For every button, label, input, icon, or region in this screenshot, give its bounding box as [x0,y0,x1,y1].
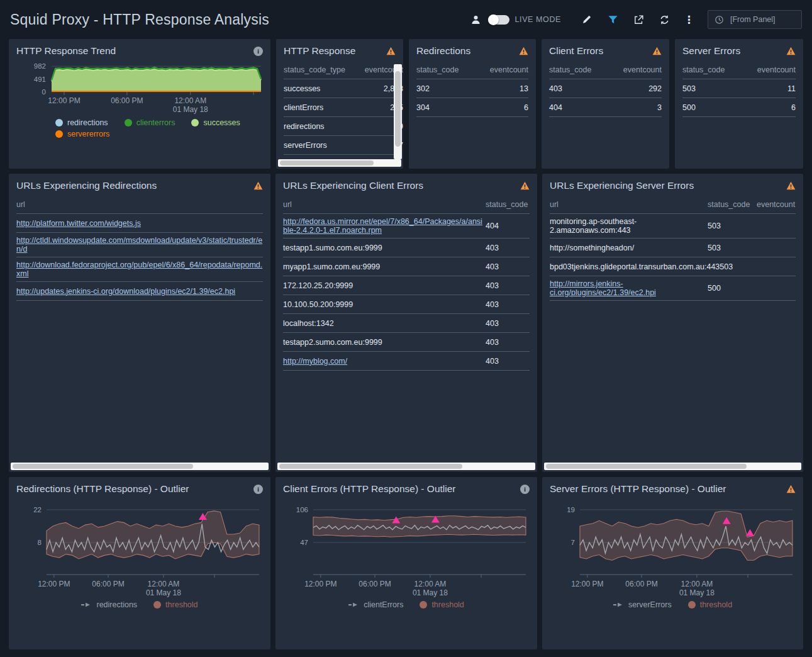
table-row: myapp1.sumo.com.eu:9999403 [283,257,530,276]
panel-client-errors-outlier: Client Errors (HTTP Response) - Outlier … [275,477,537,649]
table-cell: 403 [486,240,537,256]
column-header: status_code_type [284,65,349,74]
user-icon[interactable] [470,13,482,26]
scrollbar-thumb[interactable] [13,464,193,469]
horizontal-scrollbar[interactable] [11,463,269,470]
warning-icon[interactable] [786,181,796,190]
share-icon[interactable] [632,13,645,26]
legend-label: clienterrors [136,118,175,127]
info-icon[interactable]: i [253,47,263,56]
table-cell [757,285,803,291]
table-cell: 500 [708,281,757,296]
table-cell: bpd03tjenkins.glideportal.transurban.com… [550,259,720,274]
svg-text:12:00 AM: 12:00 AM [148,580,180,588]
table-cell: 11 [745,81,796,96]
warning-icon[interactable] [786,485,796,493]
toggle-knob[interactable] [488,14,499,25]
table-cell: 304 [416,100,478,115]
horizontal-scrollbar[interactable] [278,159,401,167]
url-link[interactable]: http://updates.jenkins-ci.org/download/p… [16,284,263,299]
panel-title: Client Errors [549,45,603,57]
client-errors-table: status_codeeventcount4032924043 [542,60,669,117]
live-mode-toggle[interactable] [488,15,509,25]
client-errors-outlier-chart[interactable]: 1064712:00 PM06:00 PM12:00 AM01 May 18 [283,498,530,599]
scrollbar-thumb[interactable] [280,160,374,166]
svg-text:12:00 AM: 12:00 AM [681,580,713,588]
panel-http-response: HTTP Response status_code_typeeventcount… [276,39,403,169]
legend-item-serverErrors[interactable]: serverErrors [613,600,672,609]
table-cell: 403 [486,316,537,331]
column-header: status_code [708,200,757,209]
legend-item-redirections[interactable]: redirections [55,118,108,127]
legend-item-clienterrors[interactable]: clienterrors [125,118,175,127]
time-range-value: [From Panel] [730,15,776,24]
warning-icon[interactable] [519,47,528,55]
table-cell: http://somethingheadon/ [550,240,708,256]
warning-icon[interactable] [520,181,530,190]
warning-icon[interactable] [786,47,796,55]
redirections-outlier-chart[interactable]: 22812:00 PM06:00 PM12:00 AM01 May 18 [16,498,263,599]
panel-redirections-outlier: Redirections (HTTP Response) - Outlier i… [9,477,270,649]
url-link[interactable]: http://download.fedoraproject.org/pub/ep… [16,257,263,281]
time-range-selector[interactable]: [From Panel] [708,10,802,29]
filter-icon[interactable] [606,13,619,26]
legend-item-threshold[interactable]: threshold [153,600,197,609]
table-cell: 500 [682,100,745,115]
table-header-row: status_code_typeeventcount [284,60,396,79]
legend-item-redirections[interactable]: redirections [81,600,137,609]
legend-item-successes[interactable]: successes [191,118,240,127]
table-cell: 403 [486,297,537,312]
legend-label: redirections [96,600,137,609]
info-icon[interactable]: i [520,485,530,494]
scrollbar-thumb[interactable] [279,464,462,469]
column-header: eventcount [745,65,796,74]
circle-marker-icon [420,601,427,609]
legend-item-threshold[interactable]: threshold [688,600,732,609]
legend-label: serverErrors [628,600,672,609]
url-link[interactable]: http://ctldl.windowsupdate.com/msdownloa… [16,233,263,257]
warning-icon[interactable] [386,47,396,55]
legend-label: redirections [67,118,108,127]
table-row: 30213 [416,79,528,98]
edit-icon[interactable] [581,13,593,26]
refresh-icon[interactable] [658,13,670,26]
more-options-icon[interactable]: ⋮ [684,14,694,25]
table-row: serverErrors17 [284,136,396,155]
panel-server-errors-outlier: Server Errors (HTTP Response) - Outlier … [542,477,803,649]
table-cell: 172.120.25.20:9999 [283,278,486,293]
table-cell [769,264,803,270]
server-errors-outlier-chart[interactable]: 19712:00 PM06:00 PM12:00 AM01 May 18 [550,498,796,599]
legend-item-servererrors[interactable]: servererrors [55,130,109,138]
panel-title: HTTP Response Trend [16,45,116,57]
circle-marker-icon [688,601,696,609]
panel-title: Redirections (HTTP Response) - Outlier [16,483,189,495]
legend-item-clientErrors[interactable]: clientErrors [348,600,403,609]
svg-text:12:00 PM: 12:00 PM [571,580,603,588]
scrollbar-thumb[interactable] [546,464,747,469]
horizontal-scrollbar[interactable] [277,463,535,470]
trend-area-chart[interactable]: 982491012:00 PM06:00 PM12:00 AM01 May 18 [16,60,263,116]
panel-title: HTTP Response [284,45,355,57]
table-row: 4043 [549,98,662,117]
warning-icon[interactable] [253,181,263,190]
panel-title: URLs Experiencing Redirections [16,180,157,191]
table-cell: serverErrors [284,138,349,153]
legend-label: servererrors [67,130,109,138]
vertical-scrollbar[interactable] [394,64,402,159]
table-row: 172.120.25.20:9999403 [283,276,530,295]
url-link[interactable]: http://fedora.us.mirror.net/epel/7/x86_6… [283,214,486,238]
column-header: url [16,200,263,209]
info-icon[interactable]: i [253,485,263,494]
table-cell: 3 [611,100,662,115]
url-link[interactable]: http://myblog.com/ [283,354,486,369]
url-link[interactable]: http://platform.twitter.com/widgets.js [16,216,263,231]
table-cell: redirections [284,119,349,134]
table-row: 5006 [682,98,796,117]
scrollbar-thumb[interactable] [395,71,401,147]
horizontal-scrollbar[interactable] [544,463,801,470]
warning-icon[interactable] [652,47,662,55]
legend-item-threshold[interactable]: threshold [420,600,464,609]
legend-label: successes [203,118,240,127]
column-header: eventcount [478,65,528,74]
url-link[interactable]: http://mirrors.jenkins-ci.org/plugins/ec… [550,276,708,300]
